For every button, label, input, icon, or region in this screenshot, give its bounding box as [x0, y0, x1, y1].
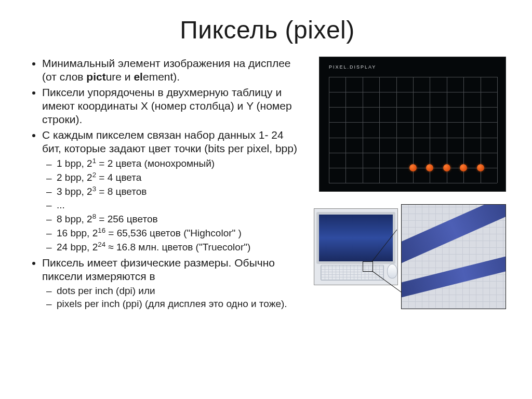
bullet-item: Пиксели упорядочены в двухмерную таблицу…: [42, 86, 298, 126]
pixel-dot-icon: [477, 164, 484, 171]
pixel-dot-icon: [443, 164, 450, 171]
mouse-icon: [387, 264, 397, 278]
list-item: 16 bpp, 216 = 65,536 цветов ("Highcolor"…: [57, 226, 298, 240]
content-columns: Минимальный элемент изображения на диспл…: [29, 57, 506, 313]
text: Пиксель имеет физические размеры. Обычно…: [42, 257, 275, 282]
list-item: 1 bpp, 21 = 2 цвета (монохромный): [57, 156, 298, 170]
list-item: 3 bpp, 23 = 8 цветов: [57, 184, 298, 198]
figure-column: PIXEL.DISPLAY: [309, 57, 506, 308]
pixel-dot-icon: [409, 164, 417, 171]
bullet-item: Пиксель имеет физические размеры. Обычно…: [42, 256, 298, 311]
computer-panel: [314, 208, 398, 285]
list-item: 8 bpp, 28 = 256 цветов: [57, 212, 298, 226]
pixel-grid-figure: PIXEL.DISPLAY: [319, 57, 506, 192]
bold: el: [134, 71, 143, 83]
text: С каждым пикселем связан набор данных 1-…: [42, 129, 297, 154]
slide-title: Пиксель (pixel): [29, 16, 506, 44]
list-item: dots per inch (dpi) или: [57, 284, 298, 298]
text: ement).: [143, 71, 180, 83]
units-sublist: dots per inch (dpi) или pixels per inch …: [42, 284, 298, 311]
bullet-list: Минимальный элемент изображения на диспл…: [29, 57, 298, 311]
bullet-item: Минимальный элемент изображения на диспл…: [42, 57, 298, 84]
monitor-icon: [316, 212, 395, 264]
pixel-dot-icon: [426, 164, 433, 171]
list-item: ...: [57, 198, 298, 212]
bpp-sublist: 1 bpp, 21 = 2 цвета (монохромный) 2 bpp,…: [42, 156, 298, 254]
pixel-dot-icon: [460, 164, 467, 171]
list-item: pixels per inch (ppi) (для дисплея это о…: [57, 297, 298, 311]
figure-label: PIXEL.DISPLAY: [329, 64, 376, 70]
zoomed-pixels-panel: [401, 204, 506, 309]
text-column: Минимальный элемент изображения на диспл…: [29, 57, 309, 313]
zoom-figure: [314, 204, 506, 308]
bullet-item: С каждым пикселем связан набор данных 1-…: [42, 128, 298, 254]
text: ure и: [106, 71, 134, 83]
list-item: 2 bpp, 22 = 4 цвета: [57, 170, 298, 184]
slide: Пиксель (pixel) Минимальный элемент изоб…: [0, 0, 532, 399]
list-item: 24 bpp, 224 ≈ 16.8 млн. цветов ("Truecol…: [57, 240, 298, 254]
grid-lines: [329, 77, 497, 183]
zoom-source-box: [363, 261, 373, 272]
bold: pict: [86, 71, 105, 83]
